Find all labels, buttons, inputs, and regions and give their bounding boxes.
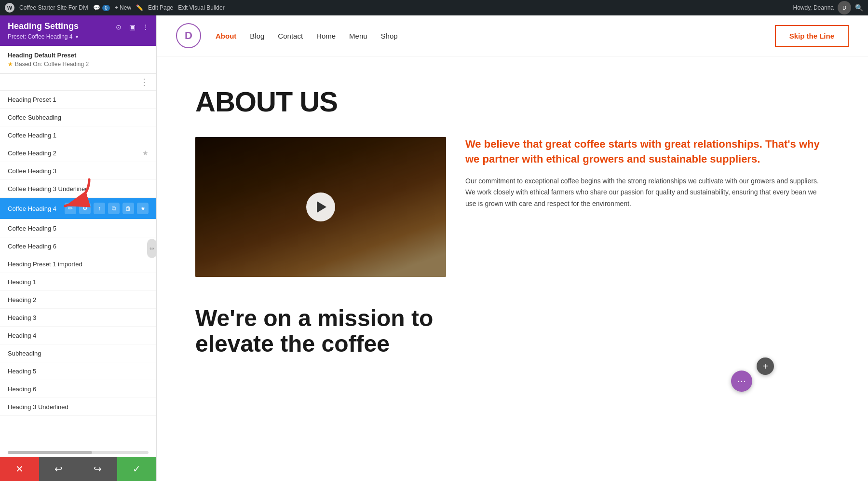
undo-button[interactable]: ↩ bbox=[39, 457, 78, 481]
settings-icon[interactable]: ⊙ bbox=[114, 22, 123, 32]
preset-name-1: Heading Preset 1 bbox=[8, 96, 142, 103]
comment-icon: 💬 bbox=[93, 4, 100, 11]
preset-item-2[interactable]: Coffee Subheading☆ bbox=[0, 109, 156, 126]
comments-link[interactable]: 💬 0 bbox=[93, 4, 110, 11]
video-column bbox=[195, 137, 446, 277]
preset-item-16[interactable]: Heading 5☆ bbox=[0, 362, 156, 380]
based-on-text: Based On: Coffee Heading 2 bbox=[15, 61, 89, 68]
list-options-icon[interactable]: ⋮ bbox=[140, 77, 149, 87]
new-link-text: + New bbox=[115, 4, 131, 11]
site-name-text: Coffee Starter Site For Divi bbox=[19, 4, 88, 11]
preset-item-5[interactable]: Coffee Heading 3☆ bbox=[0, 162, 156, 180]
preset-name-6: Coffee Heading 3 Underlined bbox=[8, 185, 142, 192]
nav-link-shop[interactable]: Shop bbox=[381, 32, 398, 40]
panel-scrollbar[interactable] bbox=[8, 451, 149, 454]
preset-name-10: Heading Preset 1 imported bbox=[8, 261, 142, 268]
duplicate-icon[interactable]: ⧉ bbox=[108, 203, 120, 214]
save-button[interactable]: ✓ bbox=[117, 457, 156, 481]
search-icon[interactable]: 🔍 bbox=[855, 4, 863, 12]
upload-icon[interactable]: ↑ bbox=[94, 203, 105, 214]
resize-handle[interactable]: ⇔ bbox=[147, 239, 157, 258]
preset-name-7: Coffee Heading 4 bbox=[8, 205, 65, 212]
site-wrapper: D About Blog Contact Home Menu Shop Skip… bbox=[157, 15, 868, 481]
panel-header: Heading Settings Preset: Coffee Heading … bbox=[0, 15, 156, 46]
new-link[interactable]: + New bbox=[115, 4, 131, 11]
preset-list: Heading Preset 1☆Coffee Subheading☆Coffe… bbox=[0, 91, 156, 448]
preset-item-17[interactable]: Heading 6☆ bbox=[0, 380, 156, 398]
preset-name-4: Coffee Heading 2 bbox=[8, 150, 142, 157]
howdy-text: Howdy, Deanna bbox=[793, 4, 834, 11]
default-preset-box: Heading Default Preset ★ Based On: Coffe… bbox=[0, 46, 156, 74]
nav-link-home[interactable]: Home bbox=[316, 32, 336, 40]
preset-name-9: Coffee Heading 6 bbox=[8, 243, 142, 250]
nav-link-contact[interactable]: Contact bbox=[278, 32, 303, 40]
preset-item-12[interactable]: Heading 2☆ bbox=[0, 291, 156, 309]
nav-link-blog[interactable]: Blog bbox=[250, 32, 264, 40]
star-icon: ★ bbox=[8, 61, 13, 68]
preset-name-3: Coffee Heading 1 bbox=[8, 132, 142, 139]
based-on: ★ Based On: Coffee Heading 2 bbox=[8, 61, 149, 68]
redo-icon: ↪ bbox=[94, 463, 102, 475]
preset-name-11: Heading 1 bbox=[8, 278, 142, 286]
preset-item-7[interactable]: Coffee Heading 4✏⚙↑⧉🗑★ bbox=[0, 198, 156, 220]
nav-link-menu[interactable]: Menu bbox=[349, 32, 367, 40]
body-text: Our commitment to exceptional coffee beg… bbox=[465, 176, 829, 210]
edit-icon[interactable]: ✏ bbox=[65, 203, 76, 214]
default-preset-title: Heading Default Preset bbox=[8, 52, 149, 59]
site-nav-links: About Blog Contact Home Menu Shop bbox=[216, 32, 775, 40]
left-panel: Heading Settings Preset: Coffee Heading … bbox=[0, 15, 157, 481]
bottom-heading-line2: elevate the coffee bbox=[195, 331, 390, 357]
more-icon[interactable]: ⋮ bbox=[141, 22, 150, 32]
preset-name-14: Heading 4 bbox=[8, 332, 142, 339]
list-section-header: ⋮ bbox=[0, 74, 156, 91]
preset-item-11[interactable]: Heading 1☆ bbox=[0, 273, 156, 291]
comment-count: 0 bbox=[102, 5, 110, 11]
preset-item-8[interactable]: Coffee Heading 5☆ bbox=[0, 220, 156, 237]
preset-name-8: Coffee Heading 5 bbox=[8, 225, 142, 232]
preset-name-12: Heading 2 bbox=[8, 296, 142, 303]
video-thumbnail[interactable] bbox=[195, 137, 446, 277]
nav-link-about[interactable]: About bbox=[216, 32, 236, 40]
preset-name-17: Heading 6 bbox=[8, 385, 142, 393]
chevron-down-icon[interactable]: ▾ bbox=[76, 34, 78, 40]
preset-star-4[interactable]: ★ bbox=[142, 149, 149, 157]
preset-name-2: Coffee Subheading bbox=[8, 114, 142, 121]
star-active-icon[interactable]: ★ bbox=[137, 203, 149, 214]
play-button[interactable] bbox=[306, 192, 335, 221]
site-name-link[interactable]: Coffee Starter Site For Divi bbox=[19, 4, 88, 11]
preset-item-15[interactable]: Subheading☆ bbox=[0, 344, 156, 362]
add-float-button[interactable]: + bbox=[757, 357, 774, 375]
layout-icon[interactable]: ▣ bbox=[127, 22, 137, 32]
preset-item-3[interactable]: Coffee Heading 1☆ bbox=[0, 126, 156, 144]
skip-line-button[interactable]: Skip the Line bbox=[775, 25, 849, 47]
preset-item-10[interactable]: Heading Preset 1 imported☆ bbox=[0, 255, 156, 273]
preset-item-18[interactable]: Heading 3 Underlined☆ bbox=[0, 398, 156, 416]
edit-page-link[interactable]: Edit Page bbox=[148, 4, 173, 11]
redo-button[interactable]: ↪ bbox=[78, 457, 117, 481]
preset-item-1[interactable]: Heading Preset 1☆ bbox=[0, 91, 156, 109]
settings-icon[interactable]: ⚙ bbox=[79, 203, 91, 214]
cancel-button[interactable]: ✕ bbox=[0, 457, 39, 481]
site-logo: D bbox=[176, 23, 201, 48]
bottom-heading-line1: We're on a mission to bbox=[195, 305, 433, 331]
dots-float-button[interactable]: ··· bbox=[731, 371, 752, 392]
exit-builder-text: Exit Visual Builder bbox=[178, 4, 225, 11]
save-icon: ✓ bbox=[133, 463, 141, 475]
preset-item-9[interactable]: Coffee Heading 6☆ bbox=[0, 237, 156, 255]
right-panel: D About Blog Contact Home Menu Shop Skip… bbox=[157, 15, 868, 481]
panel-footer: ✕ ↩ ↪ ✓ bbox=[0, 457, 156, 481]
preset-item-4[interactable]: Coffee Heading 2★ bbox=[0, 144, 156, 162]
bottom-section: We're on a mission to elevate the coffee bbox=[157, 296, 868, 367]
panel-subtitle: Preset: Coffee Heading 4 ▾ bbox=[8, 33, 149, 40]
exit-builder-link[interactable]: Exit Visual Builder bbox=[178, 4, 225, 11]
delete-icon[interactable]: 🗑 bbox=[122, 203, 134, 214]
preset-item-14[interactable]: Heading 4☆ bbox=[0, 327, 156, 344]
preset-name-5: Coffee Heading 3 bbox=[8, 167, 142, 175]
preset-name-13: Heading 3 bbox=[8, 314, 142, 321]
wp-icon[interactable]: W bbox=[5, 3, 14, 13]
preset-item-6[interactable]: Coffee Heading 3 Underlined☆ bbox=[0, 180, 156, 198]
preset-name-18: Heading 3 Underlined bbox=[8, 403, 142, 411]
preset-item-13[interactable]: Heading 3☆ bbox=[0, 309, 156, 327]
text-column: We believe that great coffee starts with… bbox=[465, 137, 829, 210]
avatar: D bbox=[838, 1, 851, 14]
